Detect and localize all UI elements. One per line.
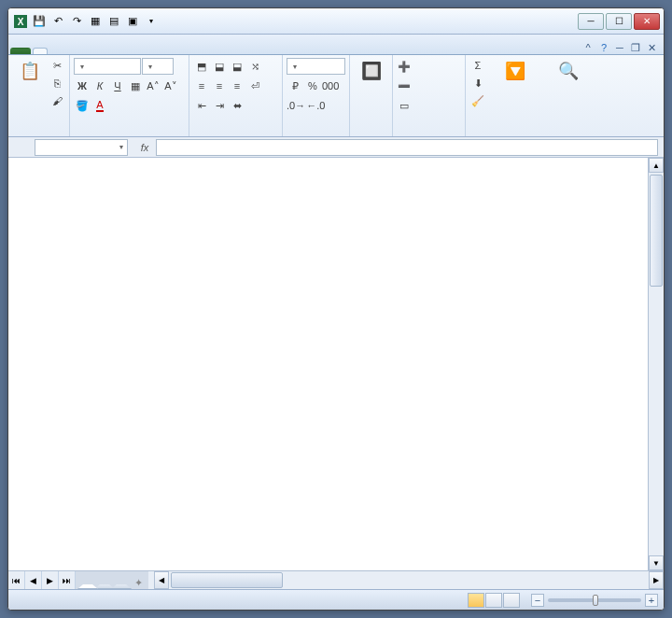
font-size-combo[interactable]: ▾ (142, 58, 174, 75)
scroll-up-icon[interactable]: ▲ (649, 158, 664, 173)
scroll-left-icon[interactable]: ◀ (154, 571, 169, 589)
excel-icon[interactable]: X (12, 13, 29, 30)
group-cells-label (397, 134, 461, 136)
tab-developer[interactable] (137, 48, 152, 54)
page-layout-view-icon[interactable] (485, 593, 502, 608)
prev-sheet-icon[interactable]: ◀ (25, 571, 42, 589)
grow-font-icon[interactable]: A˄ (145, 77, 161, 94)
tab-data[interactable] (92, 48, 107, 54)
delete-cells-button[interactable]: ➖ (397, 77, 413, 94)
scroll-down-icon[interactable]: ▼ (649, 555, 664, 570)
tab-view[interactable] (122, 48, 137, 54)
last-sheet-icon[interactable]: ⏭ (59, 571, 76, 589)
align-left-icon[interactable]: ≡ (193, 77, 210, 94)
find-select-button[interactable]: 🔍 (544, 57, 593, 86)
font-name-combo[interactable]: ▾ (74, 58, 141, 75)
orientation-icon[interactable]: ⤭ (246, 58, 263, 75)
increase-indent-icon[interactable]: ⇥ (211, 97, 228, 114)
new-sheet-icon[interactable]: ✦ (128, 577, 148, 589)
format-painter-icon[interactable]: 🖌 (49, 92, 65, 109)
styles-button[interactable]: 🔲 (354, 57, 388, 86)
cut-icon[interactable]: ✂ (49, 57, 65, 74)
scroll-thumb[interactable] (171, 572, 283, 588)
align-right-icon[interactable]: ≡ (229, 77, 245, 94)
align-top-icon[interactable]: ⬒ (193, 58, 210, 75)
group-editing-label (469, 134, 660, 136)
page-break-view-icon[interactable] (503, 593, 520, 608)
number-format-combo[interactable]: ▾ (287, 58, 345, 75)
decrease-decimal-icon[interactable]: ←.0 (306, 97, 325, 114)
status-bar: − + (8, 589, 664, 610)
zoom-slider[interactable] (548, 598, 641, 602)
normal-view-icon[interactable] (468, 593, 484, 608)
doc-close-icon[interactable]: ✕ (645, 41, 658, 54)
vertical-scrollbar[interactable]: ▲ ▼ (648, 158, 664, 570)
tab-review[interactable] (107, 48, 122, 54)
currency-icon[interactable]: ₽ (287, 77, 303, 94)
format-cells-button[interactable]: ▭ (397, 97, 413, 114)
decrease-indent-icon[interactable]: ⇤ (193, 97, 210, 114)
autosum-icon[interactable]: Σ (469, 57, 486, 74)
comma-icon[interactable]: 000 (322, 77, 339, 94)
zoom-out-button[interactable]: − (531, 594, 544, 607)
undo-icon[interactable]: ↶ (49, 13, 66, 30)
next-sheet-icon[interactable]: ▶ (42, 571, 59, 589)
align-center-icon[interactable]: ≡ (211, 77, 228, 94)
tab-insert[interactable] (48, 48, 63, 54)
sheet-tab-1[interactable] (77, 584, 98, 589)
copy-icon[interactable]: ⎘ (49, 75, 65, 91)
increase-decimal-icon[interactable]: .0→ (287, 97, 305, 114)
border-button[interactable]: ▦ (127, 77, 144, 94)
sort-filter-icon: 🔽 (502, 59, 528, 83)
paste-icon: 📋 (17, 59, 43, 83)
minimize-ribbon-icon[interactable]: ^ (581, 41, 595, 54)
percent-icon[interactable]: % (304, 77, 321, 94)
horizontal-scrollbar[interactable]: ◀ ▶ (154, 571, 664, 589)
close-button[interactable]: ✕ (634, 13, 660, 30)
bold-button[interactable]: Ж (74, 77, 91, 94)
redo-icon[interactable]: ↷ (68, 13, 85, 30)
grid[interactable] (8, 158, 648, 570)
tab-formulas[interactable] (77, 48, 92, 54)
maximize-button[interactable]: ☐ (606, 13, 632, 30)
scroll-thumb[interactable] (650, 175, 663, 287)
formula-input[interactable] (156, 139, 658, 156)
help-icon[interactable]: ? (597, 41, 610, 54)
formula-bar: ▾ fx (8, 137, 664, 158)
merge-icon[interactable]: ⬌ (229, 97, 245, 114)
align-middle-icon[interactable]: ⬓ (211, 58, 228, 75)
scroll-right-icon[interactable]: ▶ (649, 571, 664, 589)
doc-restore-icon[interactable]: ❐ (629, 41, 642, 54)
minimize-button[interactable]: ─ (578, 13, 604, 30)
doc-minimize-icon[interactable]: ─ (613, 41, 626, 54)
insert-cells-button[interactable]: ➕ (397, 58, 413, 75)
tab-file[interactable] (10, 48, 31, 54)
italic-button[interactable]: К (91, 77, 108, 94)
tab-addins[interactable] (152, 48, 167, 54)
align-bottom-icon[interactable]: ⬓ (229, 58, 245, 75)
shrink-font-icon[interactable]: A˅ (162, 77, 179, 94)
tab-home[interactable] (33, 48, 48, 54)
font-color-button[interactable]: A (91, 97, 108, 114)
first-sheet-icon[interactable]: ⏮ (8, 571, 25, 589)
fx-icon[interactable]: fx (137, 140, 152, 155)
tab-layout[interactable] (63, 48, 77, 54)
clear-icon[interactable]: 🧹 (469, 92, 486, 109)
qat-icon[interactable]: ▤ (105, 13, 122, 30)
paste-button[interactable]: 📋 (12, 57, 47, 86)
tab-abbyy[interactable] (182, 48, 197, 54)
fill-color-button[interactable]: 🪣 (74, 97, 91, 114)
zoom-in-button[interactable]: + (645, 594, 658, 607)
fill-icon[interactable]: ⬇ (469, 75, 486, 91)
underline-button[interactable]: Ч (109, 77, 126, 94)
name-box[interactable]: ▾ (35, 139, 128, 156)
sort-filter-button[interactable]: 🔽 (488, 57, 542, 86)
wrap-text-icon[interactable]: ⏎ (246, 77, 263, 94)
save-icon[interactable]: 💾 (31, 13, 48, 30)
qat-icon[interactable]: ▦ (87, 13, 104, 30)
qat-icon[interactable]: ▣ (124, 13, 141, 30)
tab-foxit[interactable] (167, 48, 182, 54)
sheet-tab-2[interactable] (94, 584, 115, 589)
qat-dropdown-icon[interactable]: ▾ (143, 13, 160, 30)
svg-text:X: X (18, 17, 24, 27)
